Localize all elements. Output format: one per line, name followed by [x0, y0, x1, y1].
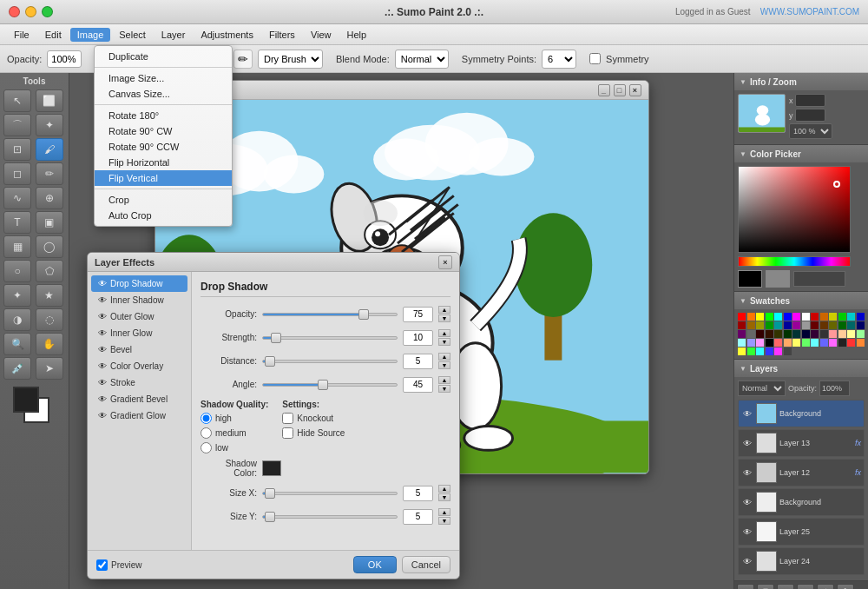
tool-move[interactable]: ↖	[3, 89, 31, 112]
swatch-1[interactable]	[747, 313, 755, 321]
canvas-minimize[interactable]: _	[598, 84, 610, 96]
size-x-thumb[interactable]	[265, 488, 275, 499]
swatch-0[interactable]	[738, 313, 746, 321]
distance-spinner[interactable]: ▲ ▼	[438, 353, 450, 369]
swatch-49[interactable]	[802, 339, 810, 347]
layer-opacity-input[interactable]	[819, 381, 850, 396]
swatch-5[interactable]	[784, 313, 792, 321]
menu-image[interactable]: Image	[70, 28, 111, 42]
dialog-sidebar-item-gradient-bevel[interactable]: 👁 Gradient Bevel	[91, 391, 187, 407]
angle-down[interactable]: ▼	[438, 385, 450, 393]
swatch-23[interactable]	[820, 321, 828, 329]
size-y-up[interactable]: ▲	[438, 508, 450, 516]
swatch-10[interactable]	[829, 313, 837, 321]
menu-filters[interactable]: Filters	[262, 28, 302, 42]
swatch-57[interactable]	[747, 347, 755, 355]
move-down-button[interactable]: ↓	[797, 584, 814, 589]
menu-item-rotate-90--cw[interactable]: Rotate 90° CW	[95, 123, 232, 139]
preview-checkbox-label[interactable]: Preview	[96, 559, 348, 571]
tool-clone[interactable]: ⊕	[36, 187, 63, 209]
cancel-button[interactable]: Cancel	[402, 556, 450, 573]
quality-low-radio[interactable]: low	[201, 442, 268, 453]
tool-eyedropper[interactable]: 💉	[3, 357, 31, 380]
size-x-down[interactable]: ▼	[438, 493, 450, 501]
distance-slider[interactable]	[262, 360, 398, 363]
menu-file[interactable]: File	[7, 28, 36, 42]
dialog-close-button[interactable]: ×	[438, 255, 452, 269]
swatch-43[interactable]	[747, 339, 755, 347]
tool-eraser[interactable]: ◻	[3, 162, 31, 185]
swatch-35[interactable]	[802, 330, 810, 338]
swatch-17[interactable]	[766, 321, 773, 329]
distance-up[interactable]: ▲	[438, 353, 450, 361]
swatch-28[interactable]	[738, 330, 746, 338]
size-x-up[interactable]: ▲	[438, 485, 450, 493]
swatch-60[interactable]	[774, 347, 782, 355]
hue-slider[interactable]	[738, 256, 851, 267]
symmetry-points-select[interactable]: 6	[542, 50, 576, 69]
menu-item-flip-horizontal[interactable]: Flip Horizontal	[95, 155, 232, 170]
swatch-41[interactable]	[857, 330, 865, 338]
tool-magic-wand[interactable]: ✦	[36, 114, 63, 136]
menu-item-duplicate[interactable]: Duplicate	[95, 49, 232, 64]
size-x-slider[interactable]	[262, 492, 398, 495]
swatch-27[interactable]	[857, 321, 865, 329]
opacity-slider[interactable]	[262, 313, 398, 316]
menu-layer[interactable]: Layer	[155, 28, 193, 42]
swatch-38[interactable]	[829, 330, 837, 338]
swatch-44[interactable]	[756, 339, 764, 347]
fg-color-swatch[interactable]	[738, 270, 762, 288]
menu-item-flip-vertical[interactable]: Flip Vertical	[95, 170, 232, 186]
layer-eye-5[interactable]: 👁	[741, 555, 753, 567]
swatch-47[interactable]	[784, 339, 792, 347]
layer-eye-1[interactable]: 👁	[741, 437, 753, 449]
swatch-40[interactable]	[847, 330, 855, 338]
swatch-13[interactable]	[857, 313, 865, 321]
swatch-48[interactable]	[792, 339, 800, 347]
layer-eye-3[interactable]: 👁	[741, 496, 753, 508]
swatch-12[interactable]	[847, 313, 855, 321]
opacity-up[interactable]: ▲	[438, 306, 450, 314]
symmetry-checkbox[interactable]	[589, 53, 601, 64]
swatch-50[interactable]	[811, 339, 819, 347]
preview-checkbox[interactable]	[96, 559, 108, 571]
swatch-2[interactable]	[756, 313, 764, 321]
swatch-32[interactable]	[774, 330, 782, 338]
swatch-45[interactable]	[766, 339, 773, 347]
knockout-checkbox[interactable]: Knockout	[282, 413, 345, 424]
swatch-30[interactable]	[756, 330, 764, 338]
layer-eye-4[interactable]: 👁	[741, 526, 753, 538]
swatch-37[interactable]	[820, 330, 828, 338]
menu-item-crop[interactable]: Crop	[95, 192, 232, 208]
canvas-close[interactable]: ×	[629, 84, 641, 96]
bg-color-swatch[interactable]	[766, 270, 790, 288]
tool-smudge[interactable]: ∿	[3, 187, 31, 209]
shadow-color-swatch[interactable]	[262, 460, 281, 476]
hex-input[interactable]: 000000	[793, 271, 845, 287]
swatch-29[interactable]	[747, 330, 755, 338]
canvas-window-buttons[interactable]: _ □ ×	[598, 84, 641, 96]
hide-source-checkbox[interactable]: Hide Source	[282, 427, 345, 439]
zoom-select[interactable]: 100 %	[789, 123, 832, 139]
strength-slider-thumb[interactable]	[271, 333, 281, 343]
layer-item-2[interactable]: 👁Layer 12fx	[738, 459, 865, 486]
tool-brush[interactable]: 🖌	[36, 138, 63, 161]
brush-select[interactable]: Dry Brush	[258, 50, 323, 69]
tool-lasso[interactable]: ⌒	[3, 114, 31, 136]
swatch-24[interactable]	[829, 321, 837, 329]
swatch-56[interactable]	[738, 347, 746, 355]
y-input[interactable]	[795, 109, 825, 122]
menu-item-auto-crop[interactable]: Auto Crop	[95, 208, 232, 223]
menu-item-rotate-180-[interactable]: Rotate 180°	[95, 108, 232, 123]
size-y-spinner[interactable]: ▲ ▼	[438, 508, 450, 525]
size-y-down[interactable]: ▼	[438, 517, 450, 525]
maximize-button[interactable]	[42, 6, 53, 17]
tool-paint-bucket[interactable]: ▣	[36, 211, 63, 234]
angle-up[interactable]: ▲	[438, 376, 450, 384]
minimize-button[interactable]	[25, 6, 36, 17]
layer-item-3[interactable]: 👁Background	[738, 488, 865, 516]
dialog-sidebar-item-drop-shadow[interactable]: 👁 Drop Shadow	[91, 275, 187, 292]
layer-item-1[interactable]: 👁Layer 13fx	[738, 429, 865, 457]
menu-help[interactable]: Help	[340, 28, 374, 42]
swatch-33[interactable]	[784, 330, 792, 338]
